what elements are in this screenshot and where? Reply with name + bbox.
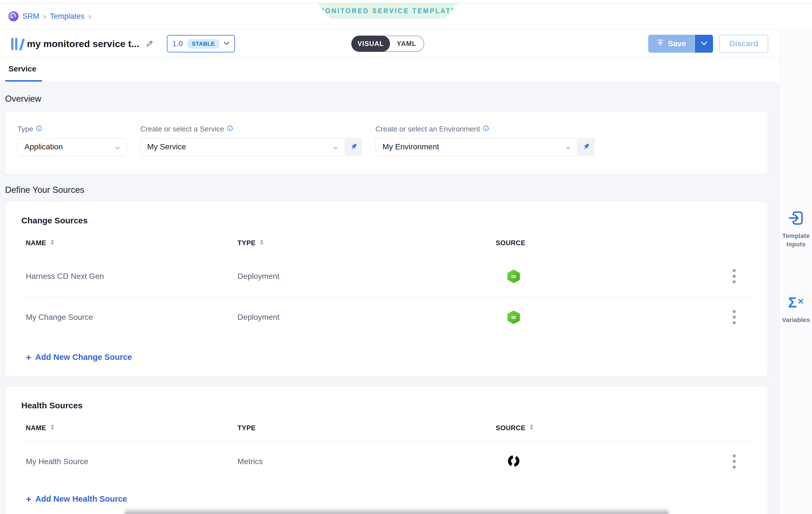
sort-icon <box>50 239 54 247</box>
change-sources-card: Change Sources NAME TYPE SOURCE Harness … <box>5 202 768 377</box>
active-tab-indicator <box>5 80 42 82</box>
column-header-source[interactable]: SOURCE <box>491 424 709 432</box>
info-icon[interactable] <box>36 125 42 133</box>
environment-value: My Environment <box>382 142 439 151</box>
variables-sigma-icon: Σ✕ <box>788 294 804 312</box>
health-source-row[interactable]: My Health Source Metrics <box>21 441 759 482</box>
change-sources-table-header: NAME TYPE SOURCE <box>21 238 759 248</box>
info-icon[interactable] <box>483 125 489 133</box>
chevron-down-icon <box>566 142 570 151</box>
health-sources-table-header: NAME TYPE SOURCE <box>21 423 759 433</box>
column-header-type: TYPE <box>237 424 491 432</box>
save-options-caret-button[interactable] <box>695 35 713 53</box>
breadcrumb-separator: › <box>43 11 46 21</box>
chevron-down-icon <box>115 142 120 151</box>
main-content: Overview Type Application C <box>0 82 780 514</box>
change-source-name: Harness CD Next Gen <box>26 272 237 281</box>
svg-text:∞: ∞ <box>511 313 517 321</box>
health-source-type: Metrics <box>237 457 491 466</box>
header-actions: Save Discard <box>648 35 768 53</box>
upload-icon <box>657 39 664 49</box>
environment-label: Create or select an Environment <box>375 125 480 133</box>
overview-heading: Overview <box>5 94 768 104</box>
sort-icon <box>50 424 54 432</box>
toggle-yaml[interactable]: YAML <box>389 36 424 51</box>
template-library-icon <box>11 37 21 50</box>
environment-field-group: Create or select an Environment My Envir… <box>375 125 594 156</box>
plus-icon: + <box>26 353 31 362</box>
change-source-row[interactable]: My Change Source Deployment ∞ <box>21 297 759 337</box>
srm-module-icon <box>8 11 19 21</box>
monitored-service-template-badge: MONITORED SERVICE TEMPLATE <box>311 3 464 19</box>
breadcrumb-link-srm[interactable]: SRM <box>23 12 39 21</box>
change-source-name: My Change Source <box>26 313 237 322</box>
change-source-type: Deployment <box>237 313 491 322</box>
change-source-type: Deployment <box>237 272 491 281</box>
environment-pin-button[interactable] <box>578 138 594 156</box>
row-menu-button[interactable] <box>730 452 738 472</box>
tab-bar: Service <box>0 58 780 82</box>
visual-yaml-toggle: VISUAL YAML <box>351 36 424 52</box>
health-sources-card: Health Sources NAME TYPE SOURCE My Healt… <box>5 387 768 514</box>
plus-icon: + <box>26 494 31 504</box>
tab-service[interactable]: Service <box>8 64 36 73</box>
add-new-change-source-button[interactable]: + Add New Change Source <box>26 353 132 362</box>
template-header: my monitored service t... 1.0 STABLE VIS… <box>0 29 780 58</box>
define-sources-heading: Define Your Sources <box>5 185 768 195</box>
chevron-down-icon <box>701 41 707 46</box>
column-header-name[interactable]: NAME <box>26 424 237 432</box>
health-source-name: My Health Source <box>26 457 237 466</box>
service-field-group: Create or select a Service My Service <box>140 125 362 156</box>
sort-icon <box>260 239 264 247</box>
change-source-row[interactable]: Harness CD Next Gen Deployment ∞ <box>21 255 759 297</box>
row-menu-button[interactable] <box>730 266 738 286</box>
health-sources-title: Health Sources <box>21 401 759 410</box>
chevron-down-icon <box>334 142 338 151</box>
breadcrumb-link-templates[interactable]: Templates <box>50 12 84 21</box>
breadcrumb-separator: › <box>88 11 91 21</box>
discard-button[interactable]: Discard <box>719 35 768 53</box>
service-label: Create or select a Service <box>140 125 224 133</box>
app-root: SRM › Templates › MONITORED SERVICE TEMP… <box>0 0 812 514</box>
template-inputs-button[interactable]: Template Inputs <box>780 209 812 248</box>
column-header-source: SOURCE <box>491 239 709 247</box>
service-pin-button[interactable] <box>346 138 362 156</box>
column-header-name[interactable]: NAME <box>26 239 237 247</box>
type-label: Type <box>18 125 33 133</box>
svg-text:∞: ∞ <box>511 272 517 280</box>
pencil-icon <box>146 39 154 49</box>
add-change-source-row: + Add New Change Source <box>21 337 759 377</box>
row-menu-button[interactable] <box>730 307 738 327</box>
harness-cd-icon: ∞ <box>491 269 709 283</box>
save-split-button: Save <box>648 35 713 53</box>
chevron-down-icon <box>224 41 229 46</box>
version-number: 1.0 <box>172 39 183 48</box>
page-title: my monitored service t... <box>27 38 139 49</box>
pushpin-icon <box>582 143 590 151</box>
save-button[interactable]: Save <box>648 35 695 53</box>
overview-card: Type Application Create or select a Serv… <box>5 111 768 174</box>
template-inputs-icon <box>787 209 805 228</box>
environment-dropdown[interactable]: My Environment <box>375 138 577 156</box>
sort-icon <box>529 424 533 432</box>
variables-label: Variables <box>782 316 810 324</box>
version-dropdown[interactable]: 1.0 STABLE <box>167 35 235 52</box>
bottom-scroll-shadow <box>125 508 669 514</box>
add-new-health-source-button[interactable]: + Add New Health Source <box>26 494 127 504</box>
edit-title-button[interactable] <box>146 39 154 49</box>
save-label: Save <box>668 39 686 48</box>
type-value: Application <box>24 142 63 151</box>
column-header-type[interactable]: TYPE <box>237 239 491 247</box>
info-icon[interactable] <box>227 125 233 133</box>
right-rail: Template Inputs Σ✕ Variables <box>780 29 812 514</box>
type-dropdown[interactable]: Application <box>18 138 127 156</box>
toggle-visual[interactable]: VISUAL <box>351 36 390 52</box>
harness-cd-icon: ∞ <box>491 310 709 324</box>
pushpin-icon <box>350 143 358 151</box>
badge-label: MONITORED SERVICE TEMPLATE <box>319 7 457 15</box>
appdynamics-icon <box>491 454 709 469</box>
change-sources-title: Change Sources <box>21 216 759 225</box>
template-inputs-label: Template Inputs <box>780 232 812 248</box>
service-dropdown[interactable]: My Service <box>140 138 345 156</box>
variables-button[interactable]: Σ✕ Variables <box>780 294 812 324</box>
